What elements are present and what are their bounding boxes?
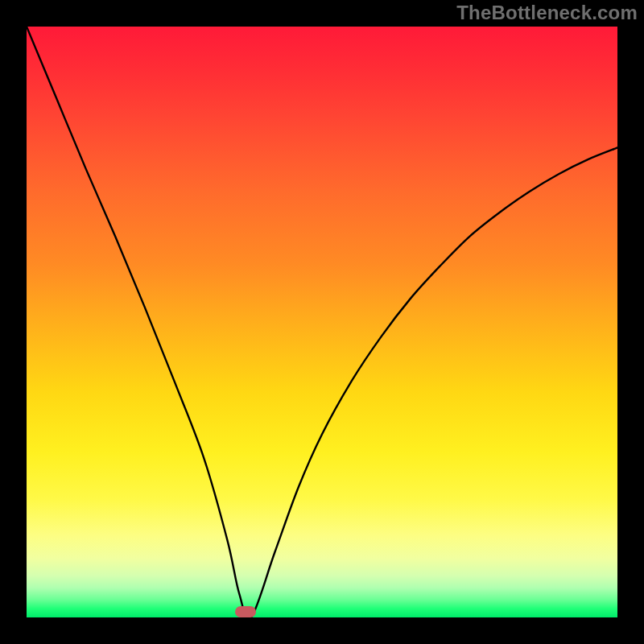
- chart-frame: TheBottleneck.com: [0, 0, 644, 644]
- watermark-text: TheBottleneck.com: [456, 2, 638, 24]
- bottleneck-curve: [27, 27, 617, 617]
- plot-area: [27, 27, 617, 617]
- optimal-marker: [235, 606, 256, 617]
